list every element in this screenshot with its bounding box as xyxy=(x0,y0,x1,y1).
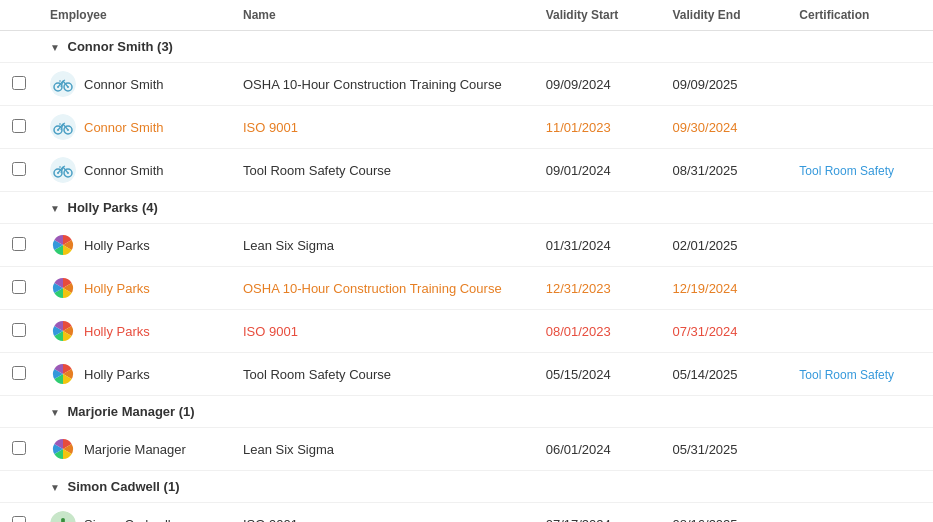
chevron-down-icon: ▼ xyxy=(50,482,60,493)
avatar xyxy=(50,114,76,140)
row-checkbox-cell[interactable] xyxy=(0,503,38,523)
course-name-cell: Lean Six Sigma xyxy=(231,428,534,471)
course-name: ISO 9001 xyxy=(243,324,298,339)
svg-point-10 xyxy=(50,114,76,140)
row-checkbox-cell[interactable] xyxy=(0,149,38,192)
validity-end: 08/16/2025 xyxy=(672,517,737,523)
employee-name: Connor Smith xyxy=(84,163,163,178)
validity-start-cell: 08/01/2023 xyxy=(534,310,661,353)
validity-end: 07/31/2024 xyxy=(672,324,737,339)
table-row: Holly Parks Lean Six Sigma 01/31/2024 02… xyxy=(0,224,933,267)
row-checkbox-cell[interactable] xyxy=(0,428,38,471)
validity-end: 02/01/2025 xyxy=(672,238,737,253)
row-checkbox-cell[interactable] xyxy=(0,353,38,396)
row-checkbox-cell[interactable] xyxy=(0,267,38,310)
row-checkbox[interactable] xyxy=(12,516,26,523)
svg-point-40 xyxy=(61,518,65,522)
select-all-header xyxy=(0,0,38,31)
validity-end: 05/31/2025 xyxy=(672,442,737,457)
avatar xyxy=(50,275,76,301)
certification-cell xyxy=(787,310,933,353)
certification-badge: Tool Room Safety xyxy=(799,368,894,382)
avatar xyxy=(50,232,76,258)
course-name: ISO 9001 xyxy=(243,120,298,135)
employee-cell: Connor Smith xyxy=(38,106,231,149)
course-name: Tool Room Safety Course xyxy=(243,367,391,382)
avatar xyxy=(50,157,76,183)
table-row: Holly Parks Tool Room Safety Course 05/1… xyxy=(0,353,933,396)
employee-cell: Connor Smith xyxy=(38,149,231,192)
course-name: ISO 9001 xyxy=(243,517,298,523)
validity-end: 09/09/2025 xyxy=(672,77,737,92)
validity-start-cell: 12/31/2023 xyxy=(534,267,661,310)
row-checkbox[interactable] xyxy=(12,366,26,380)
course-name-cell: ISO 9001 xyxy=(231,310,534,353)
validity-end-cell: 07/31/2024 xyxy=(660,310,787,353)
validity-start: 08/01/2023 xyxy=(546,324,611,339)
validity-start: 09/09/2024 xyxy=(546,77,611,92)
validity-end-cell: 08/16/2025 xyxy=(660,503,787,523)
avatar xyxy=(50,511,76,522)
group-header-simon-cadwell[interactable]: ▼ Simon Cadwell (1) xyxy=(0,471,933,503)
row-checkbox-cell[interactable] xyxy=(0,106,38,149)
name-column-header: Name xyxy=(231,0,534,31)
validity-start: 11/01/2023 xyxy=(546,120,611,135)
employee-cell: Simon Cadwell xyxy=(38,503,231,523)
certification-column-header: Certification xyxy=(787,0,933,31)
row-checkbox[interactable] xyxy=(12,441,26,455)
group-header-marjorie-manager[interactable]: ▼ Marjorie Manager (1) xyxy=(0,396,933,428)
group-checkbox-cell xyxy=(0,192,38,224)
chevron-down-icon: ▼ xyxy=(50,203,60,214)
chevron-down-icon: ▼ xyxy=(50,407,60,418)
row-checkbox[interactable] xyxy=(12,280,26,294)
validity-start-cell: 11/01/2023 xyxy=(534,106,661,149)
row-checkbox[interactable] xyxy=(12,76,26,90)
row-checkbox[interactable] xyxy=(12,237,26,251)
validity-start-column-header: Validity Start xyxy=(534,0,661,31)
validity-start-cell: 01/31/2024 xyxy=(534,224,661,267)
course-name-cell: OSHA 10-Hour Construction Training Cours… xyxy=(231,267,534,310)
row-checkbox[interactable] xyxy=(12,323,26,337)
group-label[interactable]: ▼ Marjorie Manager (1) xyxy=(38,396,933,428)
group-label[interactable]: ▼ Connor Smith (3) xyxy=(38,31,933,63)
validity-end-cell: 02/01/2025 xyxy=(660,224,787,267)
employee-name: Holly Parks xyxy=(84,281,150,296)
course-name-cell: Lean Six Sigma xyxy=(231,224,534,267)
validity-end-cell: 05/14/2025 xyxy=(660,353,787,396)
validity-end-cell: 09/30/2024 xyxy=(660,106,787,149)
row-checkbox[interactable] xyxy=(12,162,26,176)
row-checkbox-cell[interactable] xyxy=(0,63,38,106)
course-name-cell: Tool Room Safety Course xyxy=(231,353,534,396)
certification-cell xyxy=(787,106,933,149)
certification-cell xyxy=(787,224,933,267)
validity-start-cell: 09/01/2024 xyxy=(534,149,661,192)
group-header-connor-smith[interactable]: ▼ Connor Smith (3) xyxy=(0,31,933,63)
validity-end: 09/30/2024 xyxy=(672,120,737,135)
table-row: Marjorie Manager Lean Six Sigma 06/01/20… xyxy=(0,428,933,471)
row-checkbox-cell[interactable] xyxy=(0,310,38,353)
employee-name: Connor Smith xyxy=(84,120,163,135)
group-header-holly-parks[interactable]: ▼ Holly Parks (4) xyxy=(0,192,933,224)
employee-cell: Holly Parks xyxy=(38,224,231,267)
validity-end-cell: 05/31/2025 xyxy=(660,428,787,471)
employee-column-header: Employee xyxy=(38,0,231,31)
row-checkbox[interactable] xyxy=(12,119,26,133)
svg-point-0 xyxy=(50,71,76,97)
course-name: OSHA 10-Hour Construction Training Cours… xyxy=(243,281,502,296)
chevron-down-icon: ▼ xyxy=(50,42,60,53)
group-label[interactable]: ▼ Simon Cadwell (1) xyxy=(38,471,933,503)
table-row: Connor Smith ISO 9001 11/01/2023 09/30/2… xyxy=(0,106,933,149)
avatar xyxy=(50,436,76,462)
validity-start-cell: 05/15/2024 xyxy=(534,353,661,396)
course-name: Lean Six Sigma xyxy=(243,442,334,457)
validity-end: 12/19/2024 xyxy=(672,281,737,296)
group-label[interactable]: ▼ Holly Parks (4) xyxy=(38,192,933,224)
certification-cell: Tool Room Safety xyxy=(787,149,933,192)
group-checkbox-cell xyxy=(0,396,38,428)
validity-start: 06/01/2024 xyxy=(546,442,611,457)
employee-cell: Holly Parks xyxy=(38,310,231,353)
group-checkbox-cell xyxy=(0,471,38,503)
employee-name: Holly Parks xyxy=(84,324,150,339)
row-checkbox-cell[interactable] xyxy=(0,224,38,267)
validity-end-cell: 09/09/2025 xyxy=(660,63,787,106)
